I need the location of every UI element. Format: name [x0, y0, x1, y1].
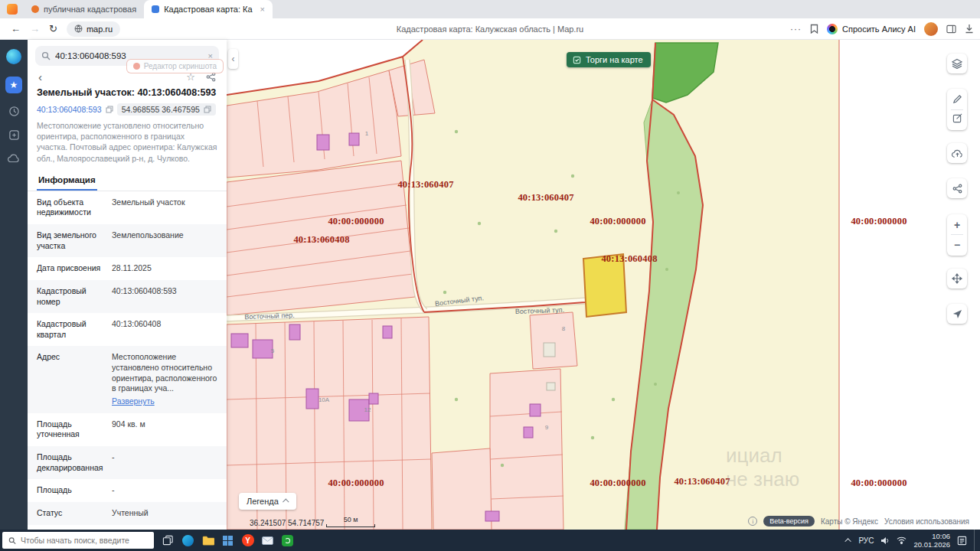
map-watermark: ициал не знаю — [726, 444, 799, 491]
volume-icon[interactable] — [880, 536, 890, 545]
legend-button[interactable]: Легенда — [239, 493, 296, 510]
info-row-label: Кадастровый квартал — [37, 319, 104, 340]
ask-alice-button[interactable]: Спросить Алису AI — [827, 24, 916, 34]
chevron-up-icon — [283, 498, 289, 504]
location-arrow-icon — [952, 309, 962, 319]
info-row-label: Площадь уточненная — [37, 419, 104, 440]
search-icon — [8, 536, 16, 545]
ask-alice-label: Спросить Алису AI — [842, 24, 916, 34]
action-center-icon[interactable] — [957, 536, 967, 546]
parcel-info-panel: × Редактор скриншота ‹ ☆ Земельный участ… — [28, 40, 227, 530]
info-row-value: 28.11.2025 — [112, 263, 217, 274]
tab-cadastral-map[interactable]: Кадастровая карта: Ка × — [144, 0, 273, 18]
share-icon — [952, 184, 962, 194]
back-icon[interactable]: ← — [6, 23, 25, 34]
address-bar[interactable]: map.ru — [67, 21, 120, 37]
legend-label: Легенда — [247, 497, 279, 506]
info-row-status: СтатусУчтенный — [28, 502, 227, 525]
info-row-label: Кадастровый номер — [37, 286, 104, 307]
yandex-browser-icon[interactable]: Y — [241, 534, 254, 547]
taskbar-search-input[interactable] — [21, 536, 148, 545]
show-desktop-button[interactable] — [974, 530, 977, 551]
forward-icon[interactable]: → — [25, 23, 44, 34]
edge-icon[interactable] — [181, 534, 194, 547]
info-row-cadastral-quarter: Кадастровый квартал40:13:060408 — [28, 313, 227, 346]
cursor-coordinates: 36.241507 54.714757 — [250, 519, 324, 527]
star-icon: ★ — [10, 80, 18, 90]
zoom-in-button[interactable]: + — [954, 220, 960, 230]
search-icon — [41, 51, 51, 60]
parcel-title: Земельный участок: 40:13:060408:593 — [28, 85, 227, 99]
taskbar-search[interactable] — [2, 532, 154, 549]
time: 10:06 — [913, 532, 950, 540]
share-map-button[interactable] — [947, 178, 967, 198]
green-app-icon[interactable] — [281, 534, 294, 547]
alice-sidebar-icon[interactable] — [6, 49, 21, 64]
tray-expand-icon[interactable] — [845, 538, 851, 544]
info-row-label: Адрес — [37, 352, 104, 406]
network-icon[interactable] — [897, 536, 906, 544]
apps-tiles-icon[interactable] — [221, 534, 234, 547]
tab-information[interactable]: Информация — [37, 170, 97, 191]
screenshot-editor-button[interactable]: Редактор скриншота — [126, 59, 224, 73]
coordinates-chip[interactable]: 54.968555 36.467595 — [117, 103, 216, 116]
collapse-panel-button[interactable]: ‹ — [228, 49, 238, 69]
tab-close-icon[interactable]: × — [260, 5, 265, 14]
locate-me-button[interactable] — [947, 304, 967, 324]
profile-avatar[interactable] — [924, 22, 938, 36]
draw-button[interactable] — [952, 93, 962, 107]
compose-button[interactable] — [952, 112, 962, 126]
info-row-area: Площадь- — [28, 479, 227, 502]
pan-icon — [952, 273, 962, 284]
browser-logo-icon[interactable] — [7, 4, 18, 15]
taskbar-clock[interactable]: 10:06 20.01.2026 — [913, 532, 950, 549]
address-text: map.ru — [87, 24, 113, 34]
copy-icon[interactable] — [106, 106, 113, 113]
side-panel-icon[interactable] — [946, 24, 956, 34]
expand-address-link[interactable]: Развернуть — [112, 396, 155, 407]
task-view-icon[interactable] — [162, 534, 175, 547]
info-row-label: Статус — [37, 508, 104, 519]
language-indicator[interactable]: РУС — [858, 536, 874, 545]
edit-tools — [947, 89, 967, 130]
zoom-out-button[interactable]: − — [954, 240, 960, 250]
tab-label: Кадастровая карта: Ка — [164, 5, 252, 14]
selected-parcel[interactable] — [583, 254, 626, 317]
upload-button[interactable] — [947, 143, 967, 163]
favorites-button[interactable]: ★ — [5, 77, 22, 93]
bookmark-icon[interactable] — [810, 24, 818, 34]
info-row-label: Вид земельного участка — [37, 230, 104, 251]
windows-taskbar: Y РУС 10:06 20.01.2026 — [0, 530, 980, 551]
browser-tabstrip: публичная кадастровая Кадастровая карта:… — [0, 0, 980, 18]
info-row-area-declared: Площадь декларированная- — [28, 446, 227, 479]
info-row-label: Вид объекта недвижимости — [37, 197, 104, 218]
info-row-cadastral-number: Кадастровый номер40:13:060408:593 — [28, 280, 227, 313]
cloud-icon[interactable] — [8, 153, 20, 163]
reload-icon[interactable]: ↻ — [44, 23, 62, 34]
screenshot-editor-icon — [133, 63, 140, 70]
layers-button[interactable] — [947, 54, 967, 73]
history-icon[interactable] — [8, 106, 20, 117]
copy-icon[interactable] — [204, 106, 211, 113]
info-row-value: - — [112, 452, 217, 473]
tab-public-cadastral[interactable]: публичная кадастровая — [24, 0, 144, 18]
info-icon[interactable]: i — [748, 517, 757, 526]
coordinates-value: 54.968555 36.467595 — [122, 105, 200, 114]
tab-favicon — [31, 5, 39, 13]
map-canvas[interactable] — [227, 40, 980, 530]
torgi-map-button[interactable]: Торги на карте — [567, 52, 651, 67]
parcel-attributes-table: Вид объекта недвижимостиЗемельный участо… — [28, 191, 227, 530]
page-title: Кадастровая карта: Калужская область | M… — [397, 24, 583, 34]
cadastral-number-link[interactable]: 40:13:060408:593 — [37, 105, 102, 114]
zoom-control: + − — [947, 214, 967, 256]
terms-link[interactable]: Условия использования — [884, 517, 969, 526]
pan-mode-button[interactable] — [947, 269, 967, 289]
collections-icon[interactable] — [8, 129, 20, 141]
more-menu-icon[interactable]: ··· — [790, 24, 802, 34]
map-viewport[interactable]: 40:13:06040740:13:06040740:00:00000040:1… — [227, 40, 980, 530]
panel-back-button[interactable]: ‹ — [38, 71, 42, 83]
file-explorer-icon[interactable] — [201, 534, 214, 547]
downloads-icon[interactable] — [965, 24, 974, 34]
mail-icon[interactable] — [261, 534, 274, 547]
panel-tab-bar: Информация — [28, 170, 227, 191]
